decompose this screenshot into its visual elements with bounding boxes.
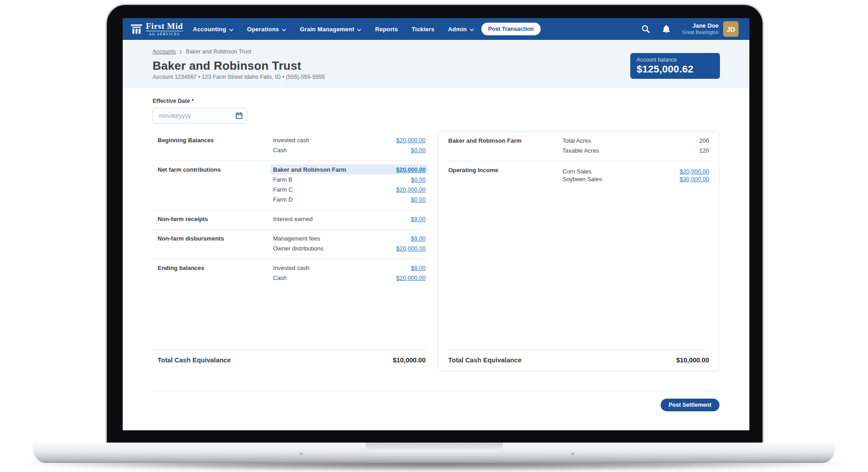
section-non-farm-receipts: Non-farm receipts Interest earned $9.00 [153, 210, 427, 230]
amount-link[interactable]: $20,000.00 [396, 186, 426, 193]
user-name: Jane Doe [682, 22, 719, 29]
account-balance-card: Account balance $125,000.62 [630, 53, 720, 79]
user-menu[interactable]: Jane Doe Great Bearington JD [682, 21, 739, 37]
effective-date-group: Effective Date * [153, 98, 719, 124]
menu-item-accounting[interactable]: Accounting [193, 26, 234, 33]
settlement-table: Beginning Balances Invested cash $20,000… [153, 131, 427, 371]
menu-item-operations[interactable]: Operations [247, 26, 287, 33]
logo[interactable]: First Mid AG SERVICES [130, 22, 183, 37]
post-settlement-button[interactable]: Post Settlement [661, 399, 719, 411]
search-icon[interactable] [641, 24, 650, 34]
menu-item-ticklers[interactable]: Ticklers [412, 26, 435, 33]
breadcrumb-accounts-link[interactable]: Accounts [153, 49, 176, 55]
table-row: Farm D $0.00 [270, 194, 427, 204]
table-row-selected[interactable]: Baker and Robinson Farm $20,000.00 [270, 164, 427, 174]
post-transaction-button[interactable]: Post Transaction [481, 23, 541, 35]
laptop-base [33, 443, 835, 463]
menu-item-admin[interactable]: Admin [448, 26, 474, 33]
amount-link[interactable]: $20,000.00 [396, 137, 426, 144]
table-row: Cash $20,000.00 [270, 273, 427, 283]
menu-item-reports[interactable]: Reports [375, 26, 398, 33]
main-menu: Accounting Operations Grain Management R… [193, 26, 474, 33]
amount-link[interactable]: $30,000.00 [680, 176, 709, 183]
amount-value: 200 [699, 137, 709, 144]
main-content: Effective Date * Beginning Balances [123, 88, 749, 429]
user-organization: Great Bearington [682, 29, 719, 36]
amount-link[interactable]: $0.00 [411, 196, 426, 203]
settlement-total-row: Total Cash Equivalance $10,000.00 [153, 349, 427, 371]
navbar-right: Jane Doe Great Bearington JD [641, 21, 739, 37]
logo-tagline: AG SERVICES [146, 32, 183, 36]
chevron-right-icon [179, 50, 182, 54]
amount-link[interactable]: $20,000.00 [396, 166, 426, 173]
top-navbar: First Mid AG SERVICES Accounting Operati… [123, 18, 749, 40]
table-row: Farm B $0.00 [270, 174, 427, 184]
chevron-down-icon [470, 26, 474, 33]
table-row: Invested cash $9.00 [270, 263, 427, 273]
page-header: Accounts Baker and Robinson Trust Baker … [123, 40, 749, 88]
laptop-mockup: First Mid AG SERVICES Accounting Operati… [0, 0, 868, 472]
laptop-screen-bezel: First Mid AG SERVICES Accounting Operati… [106, 4, 764, 444]
effective-date-label: Effective Date * [153, 98, 719, 104]
amount-link[interactable]: $20,000.00 [680, 168, 709, 175]
section-operating-income: Operating Income Corn Sales $20,000.00 S… [448, 161, 709, 188]
table-row: Total Acres 200 [562, 135, 709, 145]
table-row: Management fees $9.00 [270, 233, 427, 243]
table-row: Interest earned $9.00 [270, 214, 427, 224]
amount-link[interactable]: $0.00 [411, 176, 426, 183]
section-beginning-balances: Beginning Balances Invested cash $20,000… [153, 131, 427, 161]
footer-divider [153, 391, 719, 391]
section-farm-acres: Baker and Robinson Farm Total Acres 200 … [448, 132, 709, 161]
bank-columns-icon [130, 24, 143, 35]
amount-link[interactable]: $0.00 [411, 147, 426, 154]
farm-detail-card: Baker and Robinson Farm Total Acres 200 … [438, 131, 719, 371]
browser-viewport: First Mid AG SERVICES Accounting Operati… [123, 18, 749, 430]
table-row: Invested cash $20,000.00 [270, 135, 427, 145]
section-net-farm-contributions: Net farm contributions Baker and Robinso… [153, 161, 427, 210]
section-non-farm-disbursments: Non-farm disbursments Management fees $9… [153, 230, 427, 259]
effective-date-input[interactable] [153, 108, 247, 124]
chevron-down-icon [282, 26, 286, 33]
amount-link[interactable]: $9.00 [411, 265, 426, 271]
breadcrumb-current: Baker and Robinson Trust [186, 49, 251, 55]
table-row: Farm C $20,000.00 [270, 184, 427, 194]
laptop-screw [571, 453, 574, 455]
section-ending-balances: Ending balances Invested cash $9.00 Cash… [153, 259, 427, 288]
laptop-screw [300, 453, 302, 455]
table-row: Owner distributions $20,000.00 [270, 243, 427, 253]
avatar[interactable]: JD [723, 21, 739, 37]
chevron-down-icon [229, 26, 234, 33]
amount-link[interactable]: $9.00 [411, 216, 426, 222]
farm-card-total-row: Total Cash Equivalance $10,000.00 [448, 349, 709, 371]
table-row: Corn Sales $20,000.00 [562, 168, 709, 175]
chevron-down-icon [357, 26, 361, 33]
bell-icon[interactable] [662, 24, 671, 34]
menu-item-grain-management[interactable]: Grain Management [300, 26, 361, 33]
amount-value: 120 [699, 147, 709, 154]
table-row: Taxable Acres 120 [562, 145, 709, 155]
balance-value: $125,000.62 [637, 64, 714, 74]
amount-link[interactable]: $20,000.00 [396, 275, 426, 281]
amount-link[interactable]: $9.00 [411, 235, 426, 242]
laptop-notch [365, 443, 503, 452]
balance-label: Account balance [637, 57, 714, 63]
amount-link[interactable]: $20,000.00 [396, 245, 426, 252]
logo-name: First Mid [146, 22, 183, 32]
table-row: Cash $0.00 [270, 145, 427, 155]
table-row: Soybeen Sales $30,000.00 [562, 175, 709, 183]
